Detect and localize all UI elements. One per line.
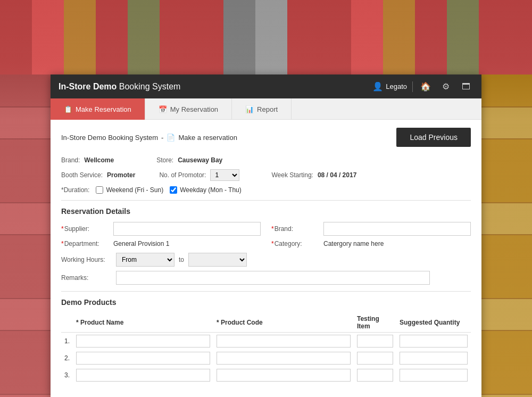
department-value: General Provision 1 xyxy=(113,240,169,247)
remarks-label: Remarks: xyxy=(61,274,112,282)
weekend-checkbox[interactable] xyxy=(96,186,103,194)
row-2-product-name-input[interactable] xyxy=(76,352,210,365)
tab-make-reservation-label: Make Reservation xyxy=(76,105,131,113)
store-field: Store: Causeway Bay xyxy=(156,156,222,164)
tab-report-label: Report xyxy=(257,105,278,113)
brand-detail-label: Brand: xyxy=(271,225,319,233)
breadcrumb-page: Make a reservation xyxy=(178,134,237,142)
category-value: Catergory name here xyxy=(323,240,384,247)
row-1-suggested-qty-input[interactable] xyxy=(400,335,468,348)
row-3-product-code-input[interactable] xyxy=(217,369,351,382)
weekend-checkbox-label[interactable]: Weekend (Fri - Sun) xyxy=(96,186,163,194)
supplier-input[interactable] xyxy=(113,222,261,236)
app-window: In-Store Demo Booking System 👤 Legato 🏠 … xyxy=(51,75,481,397)
row-3-product-code xyxy=(213,367,354,384)
row-3-suggested-qty-input[interactable] xyxy=(400,369,468,382)
row-1-suggested-qty xyxy=(396,333,471,350)
app-header: In-Store Demo Booking System 👤 Legato 🏠 … xyxy=(51,75,481,98)
tab-report[interactable]: 📊 Report xyxy=(232,98,292,120)
row-3-testing-item-input[interactable] xyxy=(357,369,393,382)
breadcrumb-icon: 📄 xyxy=(167,134,175,142)
booth-service-value: Promoter xyxy=(107,171,135,179)
weekday-checkbox-label[interactable]: Weekday (Mon - Thu) xyxy=(170,186,242,194)
app-title-bold: In-Store Demo xyxy=(59,82,117,91)
home-icon[interactable]: 🏠 xyxy=(418,79,433,94)
table-row: 2. xyxy=(61,350,471,367)
form-service-info: Booth Service: Promoter No. of Promotor:… xyxy=(61,169,471,181)
remarks-input[interactable] xyxy=(116,271,430,285)
products-table-header: * Product Name * Product Code Testing It… xyxy=(61,313,471,333)
row-2-suggested-qty-input[interactable] xyxy=(400,352,468,365)
app-title-normal: Booking System xyxy=(119,82,181,91)
booth-service-label: Booth Service: xyxy=(61,171,103,179)
brand-detail-field-row: Brand: xyxy=(271,222,471,236)
breadcrumb: In-Store Demo Booking System - 📄 Make a … xyxy=(61,134,237,142)
department-label: Department: xyxy=(61,240,109,247)
row-2-testing-item xyxy=(354,350,396,367)
week-starting-label: Week Starting: xyxy=(271,171,313,179)
row-1-testing-item-input[interactable] xyxy=(357,335,393,348)
store-value: Causeway Bay xyxy=(178,156,222,164)
row-1-product-code xyxy=(213,333,354,350)
department-field-row: Department: General Provision 1 xyxy=(61,240,261,247)
weekday-label: Weekday (Mon - Thu) xyxy=(180,186,242,194)
demo-products-section: Demo Products * Product Name * Product C… xyxy=(61,298,471,384)
weekday-checkbox[interactable] xyxy=(170,186,177,194)
row-3-suggested-qty xyxy=(396,367,471,384)
week-starting-value: 08 / 04 / 2017 xyxy=(318,171,356,179)
category-label: Category: xyxy=(271,240,319,247)
table-row: 3. xyxy=(61,367,471,384)
category-field-row: Category: Catergory name here xyxy=(271,240,471,247)
demo-products-title: Demo Products xyxy=(61,298,471,307)
my-reservation-icon: 📅 xyxy=(159,105,167,113)
brand-detail-input[interactable] xyxy=(323,222,471,236)
promotor-select[interactable]: 1 2 3 xyxy=(210,169,239,181)
col-suggested-qty: Suggested Quantity xyxy=(396,313,471,333)
brand-field: Brand: Wellcome xyxy=(61,156,114,164)
shelf-bg-left xyxy=(0,75,51,397)
section-divider-2 xyxy=(61,291,471,292)
user-info: 👤 Legato xyxy=(372,81,407,92)
col-num xyxy=(61,313,73,333)
user-icon: 👤 xyxy=(372,81,383,92)
tab-my-reservation-label: My Reservation xyxy=(170,105,218,113)
row-2-testing-item-input[interactable] xyxy=(357,352,393,365)
make-reservation-icon: 📋 xyxy=(64,105,72,113)
brand-value: Wellcome xyxy=(84,156,114,164)
supplier-field-row: Supplier: xyxy=(61,222,261,236)
settings-icon[interactable]: ⚙ xyxy=(438,79,453,94)
brand-label: Brand: xyxy=(61,156,80,164)
app-title: In-Store Demo Booking System xyxy=(59,82,180,92)
row-2-product-code xyxy=(213,350,354,367)
tab-make-reservation[interactable]: 📋 Make Reservation xyxy=(51,98,145,120)
remarks-row: Remarks: xyxy=(61,271,471,285)
row-3-product-name-input[interactable] xyxy=(76,369,210,382)
report-icon: 📊 xyxy=(245,105,254,113)
row-1-product-name-input[interactable] xyxy=(76,335,210,348)
duration-row: *Duration: Weekend (Fri - Sun) Weekday (… xyxy=(61,186,471,194)
tab-my-reservation[interactable]: 📅 My Reservation xyxy=(145,98,232,120)
from-time-select[interactable]: From xyxy=(116,253,174,267)
supplier-label: Supplier: xyxy=(61,225,109,233)
window-icon[interactable]: 🗖 xyxy=(459,79,473,94)
row-1-product-code-input[interactable] xyxy=(217,335,351,348)
content-area: In-Store Demo Booking System - 📄 Make a … xyxy=(51,120,481,397)
navigation-tabs: 📋 Make Reservation 📅 My Reservation 📊 Re… xyxy=(51,98,481,120)
row-1-testing-item xyxy=(354,333,396,350)
row-3-testing-item xyxy=(354,367,396,384)
store-label: Store: xyxy=(156,156,173,164)
row-3-num: 3. xyxy=(61,367,73,384)
shelf-bg-right xyxy=(481,75,532,397)
week-starting-field: Week Starting: 08 / 04 / 2017 xyxy=(271,171,356,179)
row-1-num: 1. xyxy=(61,333,73,350)
row-2-product-code-input[interactable] xyxy=(217,352,351,365)
form-basic-info: Brand: Wellcome Store: Causeway Bay xyxy=(61,156,471,164)
promotor-label: No. of Promotor: xyxy=(159,171,206,179)
header-actions: 👤 Legato 🏠 ⚙ 🗖 xyxy=(372,79,473,94)
row-3-product-name xyxy=(73,367,213,384)
row-2-product-name xyxy=(73,350,213,367)
load-previous-button[interactable]: Load Previous xyxy=(396,128,471,147)
to-time-select[interactable] xyxy=(188,253,247,267)
section-divider-1 xyxy=(61,200,471,201)
reservation-details-title: Reservation Details xyxy=(61,207,471,216)
